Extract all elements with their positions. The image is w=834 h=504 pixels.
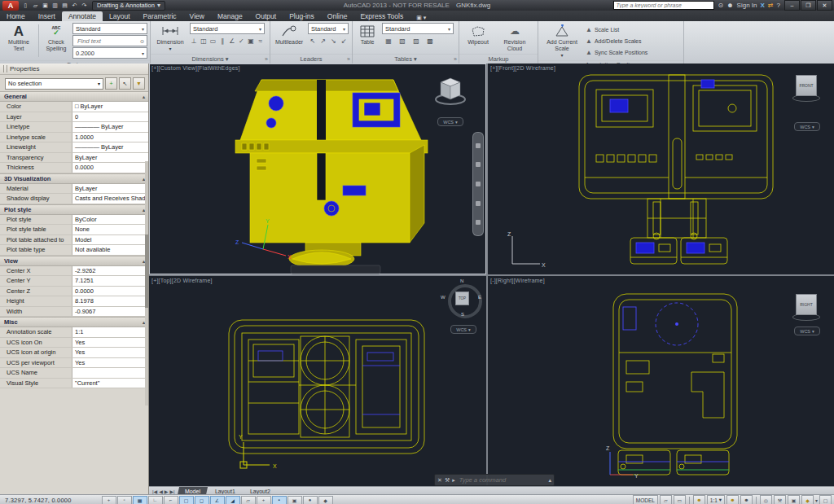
section-header-3d-visualization[interactable]: 3D Visualization▴ — [0, 173, 148, 184]
workspace-switcher[interactable]: Drafting & Annotation ▾ — [92, 1, 165, 11]
viewport-label[interactable]: [-][Right][Wireframe] — [490, 278, 545, 283]
save-icon[interactable]: ▣ — [41, 2, 50, 9]
property-row[interactable]: UCS icon On Yes — [0, 338, 148, 348]
scrollbar-thumb[interactable] — [145, 234, 148, 308]
dimension-tool-icon[interactable]: ≈ — [256, 35, 265, 47]
dialog-launcher-icon[interactable]: » — [454, 56, 457, 62]
collapse-icon[interactable]: ▴ — [143, 94, 145, 99]
saveas-icon[interactable]: ▥ — [50, 2, 59, 9]
ortho-mode-toggle[interactable]: ∟ — [148, 496, 163, 504]
viewport-front[interactable]: [+][Front][2D Wireframe] — [488, 64, 834, 274]
section-header-general[interactable]: General▴ — [0, 91, 148, 102]
next-tab-icon[interactable]: ▶ — [165, 489, 169, 494]
new-icon[interactable]: ▯ — [21, 2, 30, 9]
last-tab-icon[interactable]: ▶| — [169, 489, 174, 494]
property-row[interactable]: Color □ ByLayer — [0, 102, 148, 112]
restore-button[interactable]: ❐ — [801, 0, 816, 11]
property-row[interactable]: Plot style table None — [0, 225, 148, 235]
dialog-launcher-icon[interactable]: » — [265, 56, 268, 62]
hardware-acceleration-icon[interactable]: ▣ — [788, 495, 800, 504]
wcs-menu[interactable]: WCS▾ — [437, 117, 463, 126]
viewport-right[interactable]: [-][Right][Wireframe] — [488, 276, 834, 486]
coordinates-readout[interactable]: 7.3297, 5.7427, 0.0000 — [0, 497, 101, 504]
properties-palette-header[interactable]: Properties — [0, 64, 148, 75]
viewcube-icon[interactable] — [432, 73, 468, 112]
quick-select-button[interactable]: ▼ — [133, 77, 145, 90]
property-row[interactable]: UCS per viewport Yes — [0, 358, 148, 369]
add-delete-scales-button[interactable]: ▲ Add/Delete Scales — [586, 36, 647, 46]
command-line[interactable]: ✕ ⚒ ▸ ▴ — [434, 474, 555, 486]
grid-display-toggle[interactable]: ▦ — [133, 496, 147, 504]
compass-east[interactable]: E — [478, 295, 481, 300]
property-row[interactable]: Annotation scale 1:1 — [0, 327, 148, 338]
wcs-menu[interactable]: WCS▾ — [450, 325, 476, 334]
check-spelling-button[interactable]: ABC✓ Check Spelling — [42, 23, 70, 59]
palette-scrollbar[interactable] — [145, 161, 148, 405]
dimension-tool-icon[interactable]: ✓ — [237, 35, 246, 47]
expand-history-icon[interactable]: ▴ — [548, 477, 551, 484]
property-value[interactable]: □ ByLayer — [72, 102, 148, 112]
infer-constraints-toggle[interactable]: + — [102, 496, 116, 504]
tab-insert[interactable]: Insert — [32, 11, 62, 21]
property-value[interactable]: Model — [72, 235, 148, 245]
property-row[interactable]: Width -0.9067 — [0, 307, 148, 318]
property-row[interactable]: Transparency ByLayer — [0, 153, 148, 164]
property-row[interactable]: Center Y 7.1251 — [0, 276, 148, 287]
property-row[interactable]: Height 8.1978 — [0, 296, 148, 307]
prev-tab-icon[interactable]: ◀ — [159, 489, 163, 494]
property-row[interactable]: Lineweight ———— ByLayer — [0, 142, 148, 153]
property-value[interactable]: Not available — [72, 245, 148, 255]
multiline-text-button[interactable]: A Multiline Text — [2, 23, 35, 59]
object-snap-tracking-toggle[interactable]: ∠ — [210, 496, 225, 504]
dim-style-select[interactable]: Standard▾ — [190, 23, 265, 34]
text-height-select[interactable]: 0.2000▾ — [72, 47, 147, 59]
sync-scale-positions-button[interactable]: ▲ Sync Scale Positions — [586, 47, 647, 57]
property-row[interactable]: UCS icon at origin Yes — [0, 348, 148, 358]
lineweight-toggle[interactable]: + — [257, 496, 271, 504]
property-value[interactable]: -0.9067 — [72, 307, 148, 317]
toolbar-lock-icon[interactable]: ⚒ — [774, 495, 786, 504]
help-icon[interactable]: ? — [777, 2, 780, 9]
exchange-apps-icon[interactable]: ⇄ — [768, 2, 774, 9]
property-value[interactable]: Casts and Receives Shadows — [72, 194, 148, 204]
help-search-input[interactable] — [613, 1, 714, 10]
property-row[interactable]: Plot table type Not available — [0, 245, 148, 256]
property-value[interactable]: "Current" — [72, 379, 148, 388]
property-value[interactable]: Yes — [72, 338, 148, 348]
dimension-button[interactable]: Dimension ▾ — [153, 23, 187, 52]
object-snap-toggle[interactable]: ▢ — [179, 496, 194, 504]
annotation-scale-button[interactable]: 1:1 ▾ — [707, 495, 725, 504]
property-row[interactable]: Visual Style "Current" — [0, 379, 148, 389]
table-style-select[interactable]: Standard▾ — [382, 23, 454, 34]
property-row[interactable]: Center Z 0.0000 — [0, 287, 148, 297]
find-text-field[interactable]: ⊙ — [72, 35, 147, 46]
annotation-monitor-toggle[interactable]: ◆ — [318, 496, 333, 504]
property-row[interactable]: Linetype ———— ByLayer — [0, 122, 148, 133]
section-header-plot-style[interactable]: Plot style▴ — [0, 204, 148, 215]
section-header-misc[interactable]: Misc▴ — [0, 317, 148, 327]
add-current-scale-button[interactable]: Add Current Scale ▾ — [541, 23, 583, 59]
quick-view-layouts-icon[interactable]: ▱ — [660, 495, 672, 504]
property-row[interactable]: Plot style ByColor — [0, 215, 148, 226]
tab-output[interactable]: Output — [249, 11, 283, 21]
property-value[interactable]: 7.1251 — [72, 276, 148, 286]
property-row[interactable]: Linetype scale 1.0000 — [0, 133, 148, 143]
property-value[interactable]: 1:1 — [72, 327, 148, 337]
model-space-button[interactable]: MODEL — [633, 495, 658, 504]
tab-manage[interactable]: Manage — [211, 11, 249, 21]
wcs-menu[interactable]: WCS▾ — [794, 122, 820, 131]
compass-west[interactable]: W — [441, 295, 446, 300]
workspace-switching-icon[interactable]: ◎ — [760, 495, 772, 504]
scale-list-button[interactable]: ▲ Scale List — [586, 24, 647, 34]
viewport-custom-view[interactable]: [+][Custom View][FlatWithEdges] — [149, 64, 486, 274]
minimize-button[interactable]: – — [784, 0, 800, 11]
property-row[interactable]: Center X -2.9262 — [0, 266, 148, 277]
dimension-tool-icon[interactable]: ◫ — [200, 35, 208, 47]
tab-express-tools[interactable]: Express Tools — [353, 11, 410, 21]
dimension-tool-icon[interactable]: ∠ — [228, 35, 237, 47]
transparency-toggle[interactable]: ▪ — [272, 496, 287, 504]
pickadd-toggle-button[interactable]: + — [105, 77, 117, 90]
property-value[interactable]: ByColor — [72, 215, 148, 225]
table-tool-icon[interactable]: ▨ — [410, 35, 423, 47]
select-objects-button[interactable]: ↖ — [119, 77, 131, 90]
